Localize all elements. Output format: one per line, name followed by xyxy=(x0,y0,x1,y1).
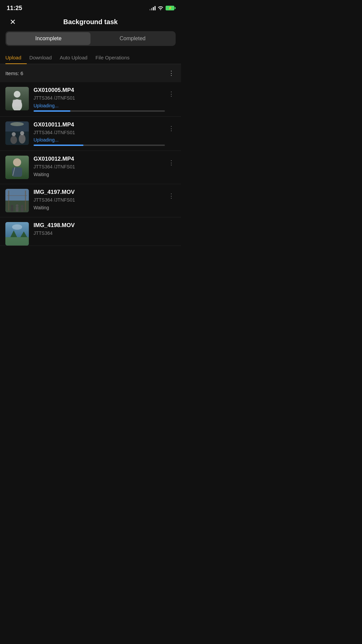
main-tab-toggle: Incomplete Completed xyxy=(5,31,176,46)
item-more-button[interactable]: ⋮ xyxy=(167,158,176,168)
svg-rect-33 xyxy=(5,237,29,246)
file-info: IMG_4197.MOV JTTS364 /JTNFS01 Waiting xyxy=(34,189,176,212)
svg-point-24 xyxy=(11,205,13,208)
file-thumbnail xyxy=(5,156,29,179)
svg-point-15 xyxy=(13,158,21,166)
svg-point-32 xyxy=(12,224,22,230)
file-status: Uploading... xyxy=(34,137,165,143)
file-name: IMG_4197.MOV xyxy=(34,189,165,196)
list-item: GX010005.MP4 JTTS364 /JTNFS01 Uploading.… xyxy=(0,82,181,117)
svg-point-28 xyxy=(21,205,23,208)
file-thumbnail xyxy=(5,222,29,246)
items-more-button[interactable]: ⋮ xyxy=(167,68,176,78)
file-name: GX010005.MP4 xyxy=(34,87,165,94)
item-more-button[interactable]: ⋮ xyxy=(167,123,176,133)
progress-bar xyxy=(34,145,165,146)
list-item: IMG_4197.MOV JTTS364 /JTNFS01 Waiting ⋮ xyxy=(0,184,181,217)
svg-point-26 xyxy=(16,204,18,207)
list-item: GX010012.MP4 JTTS364 /JTNFS01 Waiting ⋮ xyxy=(0,151,181,184)
file-status: Uploading... xyxy=(34,103,165,108)
file-path: JTTS364 /JTNFS01 xyxy=(34,95,165,102)
svg-point-8 xyxy=(10,122,24,126)
file-status: Waiting xyxy=(34,205,165,210)
list-item: IMG_4198.MOV JTTS364 xyxy=(0,217,181,246)
items-bar: Items: 6 ⋮ xyxy=(0,64,181,82)
sub-tab-download[interactable]: Download xyxy=(29,51,57,64)
sub-tabs: Upload Download Auto Upload File Operati… xyxy=(0,51,181,64)
file-name: GX010011.MP4 xyxy=(34,121,165,128)
close-button[interactable]: ✕ xyxy=(7,16,19,28)
file-path: JTTS364 /JTNFS01 xyxy=(34,164,165,170)
svg-point-12 xyxy=(20,131,24,135)
progress-fill xyxy=(34,110,70,112)
item-more-button[interactable]: ⋮ xyxy=(167,191,176,201)
file-name: GX010012.MP4 xyxy=(34,156,165,162)
file-thumbnail xyxy=(5,189,29,212)
file-path: JTTS364 /JTNFS01 xyxy=(34,129,165,136)
items-count: Items: 6 xyxy=(5,70,23,76)
file-name: IMG_4198.MOV xyxy=(34,222,165,229)
wifi-icon xyxy=(158,5,164,11)
file-thumbnail xyxy=(5,87,29,110)
svg-point-9 xyxy=(10,136,17,144)
file-path: JTTS364 /JTNFS01 xyxy=(34,197,165,204)
tab-incomplete[interactable]: Incomplete xyxy=(6,32,90,45)
file-info: IMG_4198.MOV JTTS364 xyxy=(34,222,176,237)
header-title: Background task xyxy=(63,18,118,26)
battery-icon: ⚡ xyxy=(166,6,174,10)
sub-tab-file-operations[interactable]: File Operations xyxy=(96,51,135,64)
sub-tab-upload[interactable]: Upload xyxy=(5,51,27,64)
file-list: GX010005.MP4 JTTS364 /JTNFS01 Uploading.… xyxy=(0,82,181,246)
status-icons: ⚡ xyxy=(149,5,174,11)
svg-point-11 xyxy=(12,132,16,136)
status-time: 11:25 xyxy=(7,5,22,12)
progress-bar xyxy=(34,110,165,112)
tab-completed[interactable]: Completed xyxy=(90,32,175,45)
list-item: GX010011.MP4 JTTS364 /JTNFS01 Uploading.… xyxy=(0,117,181,151)
file-info: GX010011.MP4 JTTS364 /JTNFS01 Uploading.… xyxy=(34,121,176,146)
svg-rect-27 xyxy=(16,207,18,212)
file-info: GX010005.MP4 JTTS364 /JTNFS01 Uploading.… xyxy=(34,87,176,112)
svg-rect-25 xyxy=(11,208,13,212)
signal-icon xyxy=(149,6,156,10)
svg-point-2 xyxy=(14,91,20,98)
svg-rect-4 xyxy=(13,100,21,106)
file-path: JTTS364 xyxy=(34,230,165,237)
svg-rect-29 xyxy=(21,208,23,212)
header: ✕ Background task xyxy=(0,15,181,31)
item-more-button[interactable]: ⋮ xyxy=(167,89,176,99)
sub-tab-auto-upload[interactable]: Auto Upload xyxy=(60,51,93,64)
file-status: Waiting xyxy=(34,172,165,177)
progress-fill xyxy=(34,145,83,146)
svg-point-10 xyxy=(19,134,25,144)
file-thumbnail xyxy=(5,121,29,145)
status-bar: 11:25 ⚡ xyxy=(0,0,181,15)
file-info: GX010012.MP4 JTTS364 /JTNFS01 Waiting xyxy=(34,156,176,179)
